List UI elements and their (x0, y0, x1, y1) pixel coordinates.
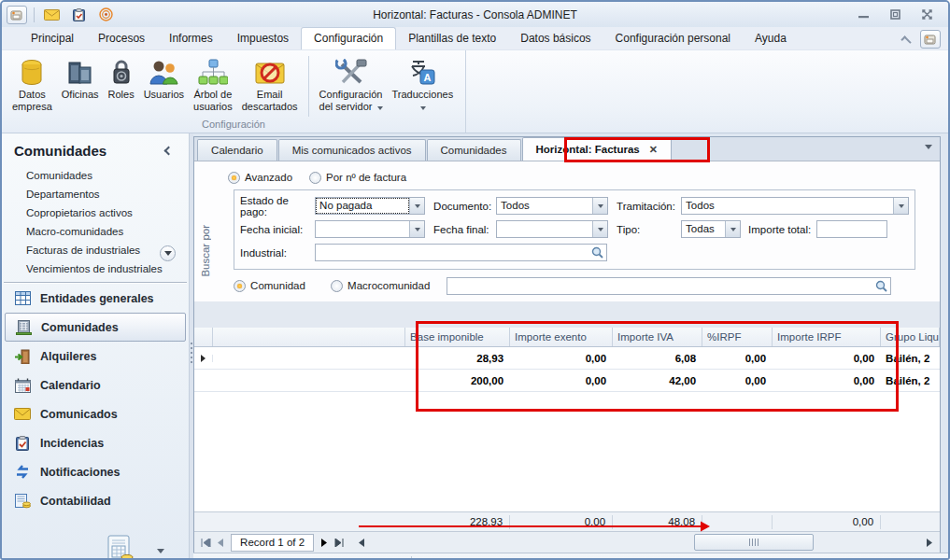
close-tab-icon[interactable]: ✕ (649, 144, 658, 156)
sidebar-item-incidencias[interactable]: Incidencias (2, 428, 189, 457)
tab-mis-comunicados[interactable]: Mis comunicados activos (278, 139, 426, 161)
radio-por-numero-factura[interactable]: Por nº de factura (309, 172, 406, 184)
column-header-importe-exento[interactable]: Importe exento (510, 328, 613, 346)
scroll-right-button[interactable] (922, 534, 937, 551)
sidebar-link-macrocomunidades[interactable]: Macro-comunidades (2, 222, 189, 241)
usuarios-button[interactable]: Usuarios (139, 54, 189, 104)
table-icon (13, 290, 32, 307)
menu-impuestos[interactable]: Impuestos (225, 28, 301, 49)
menu-configuracion[interactable]: Configuración (301, 27, 396, 49)
sidebar-item-contabilidad[interactable]: Contabilidad (2, 486, 189, 515)
menu-ayuda[interactable]: Ayuda (743, 28, 799, 49)
sidebar-item-comunidades[interactable]: Comunidades (5, 313, 186, 342)
close-button[interactable] (916, 7, 937, 22)
sidebar-item-comunicados[interactable]: Comunicados (2, 399, 189, 428)
total-irpf: 0,00 (773, 515, 881, 529)
search-lookup-icon[interactable] (591, 246, 606, 259)
sidebar-link-copropietarios[interactable]: Copropietarios activos (2, 203, 189, 222)
minimize-button[interactable] (853, 7, 873, 22)
oficinas-button[interactable]: Oficinas (57, 54, 104, 104)
overflow-caret-icon[interactable] (157, 549, 164, 553)
first-record-button[interactable] (198, 534, 213, 551)
ribbon: Datos empresa Oficinas Roles (2, 50, 948, 133)
importe-total-input[interactable] (816, 220, 887, 238)
sidebar-link-departamentos[interactable]: Departamentos (2, 185, 189, 203)
documento-label: Documento: (433, 201, 496, 212)
total-base: 228,93 (405, 515, 510, 529)
industrial-input[interactable] (315, 244, 607, 261)
envelope-icon (13, 406, 32, 423)
fecha-inicial-combo[interactable] (315, 220, 425, 238)
datos-empresa-button[interactable]: Datos empresa (7, 54, 57, 116)
previous-record-button[interactable] (213, 534, 228, 551)
tramitacion-combo[interactable]: Todos (681, 197, 909, 215)
grid-totals-row: 228,93 0,00 48,08 0,00 (194, 511, 940, 531)
roles-button[interactable]: Roles (104, 54, 139, 104)
fecha-final-label: Fecha final: (433, 224, 496, 235)
comunidad-lookup-input[interactable] (447, 277, 891, 295)
sidebar-item-entidades-generales[interactable]: Entidades generales (2, 284, 189, 313)
menu-config-personal[interactable]: Configuración personal (603, 28, 743, 49)
combo-caret-icon (893, 198, 908, 214)
tab-comunidades[interactable]: Comunidades (427, 139, 521, 161)
sidebar-item-calendario[interactable]: Calendario (2, 371, 189, 399)
sidebar-item-alquileres[interactable]: Alquileres (2, 342, 189, 371)
svg-text:A: A (424, 72, 432, 83)
horizontal-scrollbar-thumb[interactable] (694, 534, 814, 551)
traducciones-button[interactable]: A Traducciones (388, 54, 459, 116)
menu-procesos[interactable]: Procesos (86, 28, 157, 49)
fecha-final-combo[interactable] (496, 220, 608, 238)
email-descartados-button[interactable]: Email descartados (237, 54, 303, 116)
help-app-icon[interactable] (920, 30, 941, 49)
tab-list-caret-icon[interactable] (925, 145, 932, 149)
menu-plantillas[interactable]: Plantillas de texto (396, 28, 508, 49)
collapse-sidebar-icon[interactable] (164, 147, 174, 156)
configuracion-servidor-button[interactable]: Configuración del servidor (315, 54, 388, 116)
ledger-icon (13, 493, 32, 510)
grid-row-2[interactable]: 200,00 0,00 42,00 0,00 0,00 Bailén, 2 (194, 370, 940, 392)
tab-horizontal-facturas[interactable]: Horizontal: Facturas ✕ (522, 137, 672, 161)
scroll-left-button[interactable] (354, 534, 369, 551)
window-controls (853, 7, 948, 22)
menu-informes[interactable]: Informes (157, 28, 225, 49)
column-header-empty[interactable] (213, 328, 405, 346)
panel-gap (194, 301, 940, 328)
grid-header-row: Base imponible Importe exento Importe IV… (194, 328, 940, 347)
radio-comunidad[interactable]: Comunidad (234, 280, 331, 292)
radio-macrocomunidad[interactable]: Macrocomunidad (331, 280, 447, 292)
column-header-base-imponible[interactable]: Base imponible (405, 328, 510, 346)
window-title: Horizontal: Facturas - Consola ADMINET (2, 8, 948, 21)
database-icon (20, 57, 44, 89)
menu-datos-basicos[interactable]: Datos básicos (508, 28, 603, 49)
column-header-grupo[interactable]: Grupo Liqu (881, 328, 940, 346)
last-record-button[interactable] (332, 534, 347, 551)
translate-icon: A (408, 57, 436, 89)
tab-calendario[interactable]: Calendario (197, 139, 277, 161)
estado-pago-combo[interactable]: No pagada (315, 197, 425, 215)
column-header-importe-irpf[interactable]: Importe IRPF (773, 328, 881, 346)
column-header-irpf-pct[interactable]: %IRPF (702, 328, 773, 346)
calendar-icon (13, 377, 32, 394)
building-icon (14, 319, 33, 336)
arbol-usuarios-button[interactable]: Árbol de usuarios (189, 54, 237, 116)
invoice-report-icon[interactable] (105, 535, 136, 560)
combo-caret-icon (725, 221, 740, 237)
sidebar-item-notificaciones[interactable]: Notificaciones (2, 457, 189, 486)
sidebar-link-vencimientos[interactable]: Vencimientos de industriales (2, 259, 189, 278)
next-record-button[interactable] (317, 534, 332, 551)
grid-row-1[interactable]: 28,93 0,00 6,08 0,00 0,00 Bailén, 2 (194, 347, 940, 370)
record-counter: Record 1 of 2 (231, 534, 314, 552)
column-header-importe-iva[interactable]: Importe IVA (613, 328, 702, 346)
restore-button[interactable] (885, 7, 905, 22)
menu-principal[interactable]: Principal (19, 28, 86, 49)
radio-avanzado[interactable]: Avanzado (228, 172, 292, 184)
search-lookup-icon[interactable] (875, 280, 890, 292)
sidebar-link-comunidades[interactable]: Comunidades (2, 166, 189, 185)
documento-combo[interactable]: Todos (496, 197, 608, 215)
tipo-combo[interactable]: Todas (681, 220, 741, 238)
sidebar: Comunidades Comunidades Departamentos Co… (2, 133, 189, 560)
combo-caret-icon (592, 198, 607, 214)
app-window: Horizontal: Facturas - Consola ADMINET P… (0, 0, 950, 560)
estado-pago-label: Estado de pago: (240, 195, 315, 217)
collapse-ribbon-icon[interactable] (900, 35, 911, 46)
